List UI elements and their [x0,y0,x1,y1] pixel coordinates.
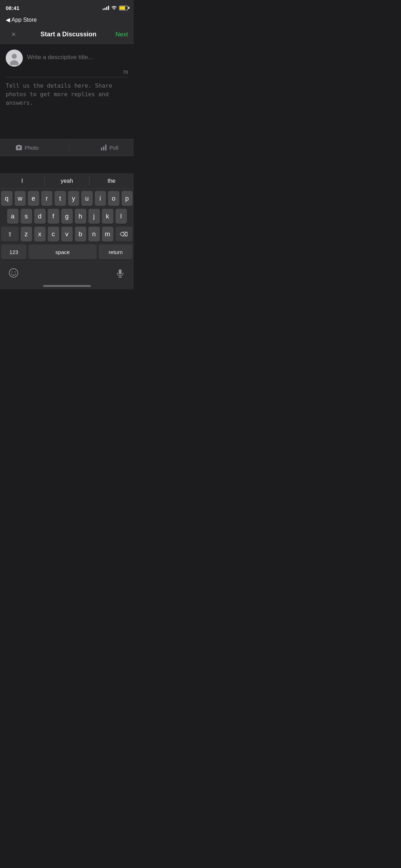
avatar [6,50,23,67]
key-l[interactable]: l [115,209,127,224]
return-key[interactable]: return [99,244,133,259]
back-arrow-icon: ◀ [6,16,10,23]
microphone-button[interactable] [114,267,127,279]
key-j[interactable]: j [88,209,100,224]
key-row-1: q w e r t y u i o p [1,191,133,206]
keyboard: I yeah the q w e r t y u i o p a s d f g… [0,173,134,289]
key-q[interactable]: q [1,191,12,206]
key-row-3: ⇧ z x c v b n m ⌫ [1,227,133,242]
content-area: 70 [0,44,134,131]
autocomplete-row: I yeah the [0,173,134,189]
key-a[interactable]: a [7,209,19,224]
emoji-icon [9,268,19,278]
autocomplete-item-1[interactable]: I [0,173,44,188]
key-x[interactable]: x [34,227,46,242]
autocomplete-item-2[interactable]: yeah [45,173,89,188]
key-g[interactable]: g [61,209,73,224]
toolbar: Photo Poll [0,139,134,156]
page-title: Start a Discussion [40,31,96,38]
key-b[interactable]: b [75,227,86,242]
title-input[interactable] [27,50,128,61]
autocomplete-item-3[interactable]: the [89,173,134,188]
photo-label: Photo [25,145,38,151]
next-button[interactable]: Next [115,31,128,38]
key-row-2: a s d f g h j k l [1,209,133,224]
poll-icon [100,144,107,151]
key-u[interactable]: u [81,191,93,206]
char-count-row: 70 [6,69,128,77]
key-v[interactable]: v [61,227,73,242]
key-t[interactable]: t [55,191,66,206]
svg-point-3 [9,269,18,277]
svg-rect-6 [119,269,122,274]
key-y[interactable]: y [68,191,79,206]
svg-point-5 [15,272,16,273]
key-h[interactable]: h [75,209,86,224]
home-indicator [0,282,134,289]
key-c[interactable]: c [48,227,59,242]
close-button[interactable]: × [6,27,21,42]
key-o[interactable]: o [108,191,119,206]
space-key[interactable]: space [29,244,96,259]
key-rows: q w e r t y u i o p a s d f g h j k l ⇧ … [0,189,134,264]
bottom-bar [0,264,134,282]
signal-icon [103,6,109,10]
body-textarea[interactable] [6,82,128,124]
key-n[interactable]: n [88,227,100,242]
microphone-icon [115,268,125,278]
key-p[interactable]: p [122,191,133,206]
char-count: 70 [123,69,128,75]
status-icons: ⚡ [103,5,128,11]
key-i[interactable]: i [95,191,106,206]
key-r[interactable]: r [41,191,53,206]
battery-icon: ⚡ [119,6,128,10]
toolbar-separator [69,143,70,152]
key-row-4: 123 space return [1,244,133,259]
key-k[interactable]: k [102,209,113,224]
numbers-key[interactable]: 123 [1,244,26,259]
svg-point-1 [12,54,17,59]
svg-point-4 [12,272,13,273]
poll-button[interactable]: Poll [100,144,118,151]
navigation-bar: × Start a Discussion Next [0,25,134,44]
back-label: App Store [11,17,37,23]
shift-key[interactable]: ⇧ [1,227,19,242]
camera-icon [15,144,22,151]
key-z[interactable]: z [21,227,32,242]
status-time: 08:41 [6,5,19,11]
home-line [43,285,91,287]
delete-key[interactable]: ⌫ [115,227,133,242]
wifi-icon [111,5,117,11]
key-s[interactable]: s [21,209,32,224]
key-m[interactable]: m [102,227,113,242]
key-e[interactable]: e [28,191,39,206]
status-bar: 08:41 ⚡ [0,0,134,16]
key-f[interactable]: f [48,209,59,224]
poll-label: Poll [109,145,118,151]
emoji-button[interactable] [7,267,20,279]
title-row [6,50,128,67]
photo-button[interactable]: Photo [15,144,38,151]
key-w[interactable]: w [15,191,26,206]
key-d[interactable]: d [34,209,46,224]
back-navigation[interactable]: ◀ App Store [0,16,134,25]
